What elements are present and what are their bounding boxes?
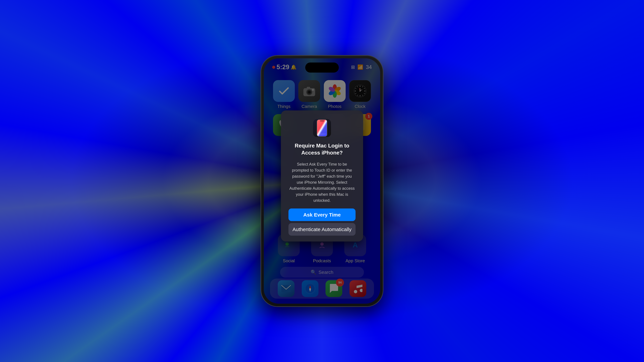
svg-rect-56	[318, 134, 326, 134]
volume-down-button[interactable]	[261, 148, 261, 165]
volume-up-button[interactable]	[261, 126, 261, 143]
dialog-overlay: Require Mac Login to Access iPhone? Sele…	[264, 58, 380, 304]
dialog-app-icon	[313, 119, 331, 137]
authenticate-automatically-button[interactable]: Authenticate Automatically	[288, 223, 356, 236]
dialog-body: Select Ask Every Time to be prompted to …	[288, 161, 356, 203]
dialog-buttons: Ask Every Time Authenticate Automaticall…	[288, 209, 356, 236]
volume-mute-button[interactable]	[261, 106, 261, 119]
iphone-screen: 5:29 🔔 ⊞ 📶 34	[264, 58, 380, 304]
iphone-device: 5:29 🔔 ⊞ 📶 34	[261, 55, 383, 307]
ask-every-time-button[interactable]: Ask Every Time	[288, 209, 356, 221]
iphone-body: 5:29 🔔 ⊞ 📶 34	[261, 55, 383, 307]
dialog-title: Require Mac Login to Access iPhone?	[288, 142, 356, 156]
dialog-box: Require Mac Login to Access iPhone? Sele…	[281, 110, 363, 242]
power-button[interactable]	[383, 126, 383, 153]
svg-rect-55	[320, 120, 324, 121]
